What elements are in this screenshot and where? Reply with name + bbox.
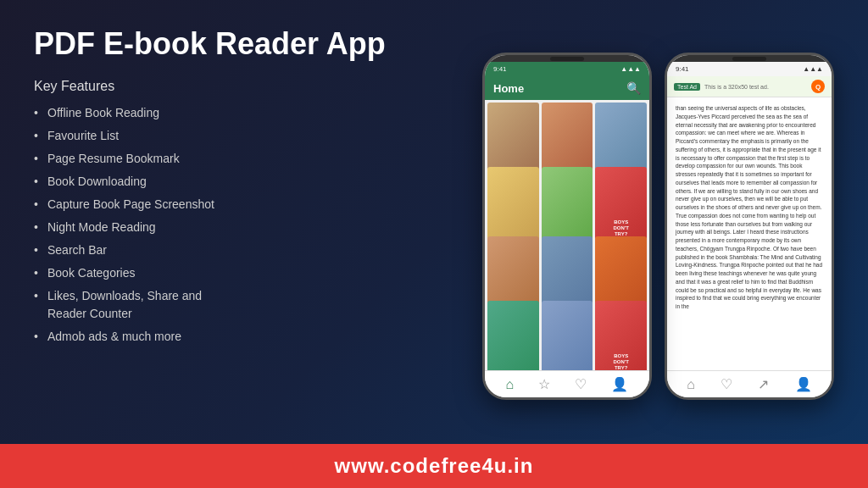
phone-status-bar: 9:41 ▲▲▲: [485, 62, 649, 76]
reading-nav-4[interactable]: 👤: [795, 376, 812, 392]
ad-text: This is a 320x50 test ad.: [704, 84, 807, 90]
feature-item-6: Night Mode Reading: [34, 219, 465, 236]
phone-left: 9:41 ▲▲▲ Home 🔍 BOYSDON'TTRY?: [482, 53, 652, 400]
nav-home-icon[interactable]: ⌂: [506, 377, 515, 392]
reading-nav-3[interactable]: ↗: [758, 376, 769, 392]
feature-item-8: Book Categories: [34, 264, 465, 282]
reading-status-bar: 9:41 ▲▲▲: [667, 62, 832, 76]
main-container: PDF E-book Reader App Key Features Offli…: [0, 0, 868, 488]
feature-item-7: Search Bar: [34, 241, 465, 259]
reading-content: than seeing the universal aspects of lif…: [667, 97, 832, 370]
book-cover-9[interactable]: [595, 236, 647, 310]
phone-notch-circle: [550, 57, 584, 61]
phone-right-notch: [667, 55, 832, 62]
nav-profile-icon[interactable]: 👤: [611, 376, 628, 392]
phone-app-header: Home 🔍: [485, 76, 649, 100]
phone-search-icon[interactable]: 🔍: [626, 81, 641, 95]
feature-item-1: Offline Book Reading: [34, 104, 465, 122]
phone-header-title: Home: [493, 82, 524, 95]
app-title: PDF E-book Reader App: [34, 25, 465, 62]
reading-text: than seeing the universal aspects of lif…: [676, 104, 823, 311]
reading-nav-1[interactable]: ⌂: [687, 377, 695, 392]
book-text-6: BOYSDON'TTRY?: [598, 219, 644, 238]
ad-badge: Test Ad: [674, 83, 700, 91]
key-features-label: Key Features: [34, 79, 465, 94]
feature-item-2: Favourite List: [34, 127, 465, 145]
status-icons: ▲▲▲: [620, 65, 641, 73]
reading-bottom-nav: ⌂ ♡ ↗ 👤: [667, 370, 832, 397]
reading-time: 9:41: [676, 65, 689, 73]
reading-status-icons: ▲▲▲: [803, 65, 823, 73]
feature-item-9: Likes, Downloads, Share andReader Counte…: [34, 287, 465, 323]
phone-right: 9:41 ▲▲▲ Test Ad This is a 320x50 test a…: [665, 53, 834, 400]
book-cover-3[interactable]: [595, 103, 647, 176]
ad-banner: Test Ad This is a 320x50 test ad. Q: [667, 76, 832, 97]
nav-bookmark-icon[interactable]: ☆: [538, 376, 550, 392]
feature-item-10: Admob ads & much more: [34, 328, 465, 346]
feature-item-4: Book Downloading: [34, 173, 465, 191]
content-area: PDF E-book Reader App Key Features Offli…: [0, 0, 868, 444]
book-cover-8[interactable]: [542, 236, 593, 310]
feature-item-5: Capture Book Page Screenshot: [34, 196, 465, 214]
status-time: 9:41: [493, 65, 507, 73]
book-cover-7[interactable]: [487, 236, 539, 310]
ad-logo: Q: [811, 80, 825, 93]
features-list: Offline Book Reading Favourite List Page…: [34, 104, 465, 346]
phone-bottom-nav: ⌂ ☆ ♡ 👤: [485, 370, 649, 397]
phones-section: 9:41 ▲▲▲ Home 🔍 BOYSDON'TTRY?: [482, 25, 834, 427]
footer-url[interactable]: www.codefree4u.in: [335, 454, 534, 477]
book-cover-6[interactable]: BOYSDON'TTRY?: [595, 167, 647, 241]
book-text-12: BOYSDON'TTRY?: [598, 353, 644, 370]
book-cover-1[interactable]: [487, 103, 539, 176]
book-cover-11[interactable]: [542, 301, 593, 370]
footer: www.codefree4u.in: [0, 444, 868, 488]
book-cover-2[interactable]: [542, 103, 593, 176]
nav-heart-icon[interactable]: ♡: [575, 376, 587, 392]
book-cover-10[interactable]: [487, 301, 539, 370]
reading-nav-2[interactable]: ♡: [721, 376, 732, 392]
book-cover-4[interactable]: [487, 167, 539, 241]
feature-item-3: Page Resume Bookmark: [34, 150, 465, 168]
phone-right-notch-circle: [732, 57, 766, 61]
book-grid: BOYSDON'TTRY? BOYSDON'TTRY?: [485, 100, 649, 370]
book-cover-5[interactable]: [542, 167, 593, 241]
phone-notch: [485, 55, 649, 62]
left-section: PDF E-book Reader App Key Features Offli…: [34, 25, 465, 427]
book-cover-12[interactable]: BOYSDON'TTRY?: [595, 301, 647, 370]
